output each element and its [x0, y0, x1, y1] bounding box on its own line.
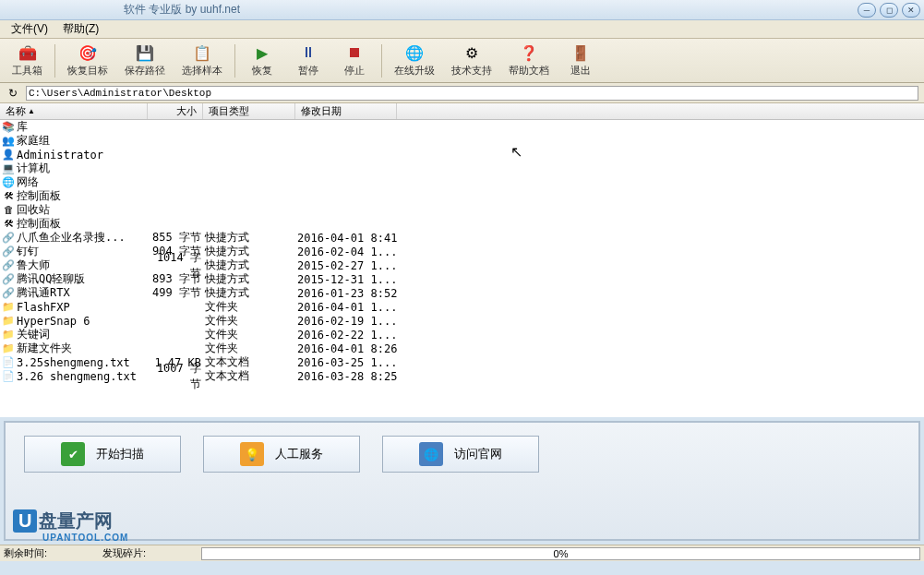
file-name: 腾讯通RTX: [17, 285, 150, 301]
window-title: 软件 专业版 by uuhf.net: [4, 2, 240, 18]
recover-target-button[interactable]: 🎯 恢复目标: [59, 41, 116, 80]
table-row[interactable]: 🔗钉钉904 字节快捷方式2016-02-04 1...: [0, 245, 924, 258]
save-icon: 💾: [136, 43, 154, 62]
file-icon: 🌐: [2, 176, 15, 189]
file-icon: 🛠: [2, 190, 15, 203]
file-name: 新建文件夹: [17, 341, 150, 356]
table-row[interactable]: 👥家庭组: [0, 134, 924, 148]
file-date: 2016-02-04 1...: [297, 246, 399, 258]
file-icon: 👥: [2, 135, 15, 148]
table-row[interactable]: 📚库: [0, 120, 924, 134]
col-date[interactable]: 修改日期: [295, 103, 397, 119]
pause-button[interactable]: ⏸ 暂停: [285, 41, 331, 80]
stop-button[interactable]: ⏹ 停止: [331, 41, 378, 80]
manual-service-button[interactable]: 💡 人工服务: [203, 436, 360, 473]
select-sample-button[interactable]: 📋 选择样本: [174, 41, 231, 80]
stop-icon: ⏹: [345, 43, 364, 62]
table-row[interactable]: 🗑回收站: [0, 203, 924, 217]
file-icon: 🔗: [2, 232, 15, 245]
bulb-icon: 💡: [240, 442, 264, 466]
target-icon: 🎯: [78, 43, 97, 62]
table-row[interactable]: 🌐网络: [0, 175, 924, 189]
file-date: 2015-02-27 1...: [297, 259, 399, 272]
table-row[interactable]: 🔗腾讯通RTX499 字节快捷方式2016-01-23 8:52: [0, 286, 924, 300]
save-path-button[interactable]: 💾 保存路径: [116, 41, 174, 80]
minimize-button[interactable]: ─: [858, 3, 876, 18]
file-icon: 📚: [2, 121, 15, 134]
globe-icon: 🌐: [405, 43, 424, 62]
file-icon: 🔗: [2, 287, 15, 300]
remaining-label: 剩余时间:: [4, 546, 47, 560]
pause-icon: ⏸: [299, 43, 318, 62]
visit-website-button[interactable]: 🌐 访问官网: [382, 436, 539, 473]
table-row[interactable]: 📁关键词文件夹2016-02-22 1...: [0, 328, 924, 341]
file-name: HyperSnap 6: [17, 315, 150, 328]
col-type[interactable]: 项目类型: [203, 103, 295, 119]
maximize-button[interactable]: ◻: [880, 3, 898, 18]
close-button[interactable]: ✕: [902, 3, 920, 18]
file-icon: 🔗: [2, 259, 15, 272]
file-icon: 📁: [2, 301, 15, 314]
col-size[interactable]: 大小: [148, 103, 203, 119]
file-name: 家庭组: [17, 133, 150, 149]
exit-button[interactable]: 🚪 退出: [558, 41, 604, 80]
menu-help[interactable]: 帮助(Z): [55, 19, 106, 39]
table-row[interactable]: 💻计算机: [0, 162, 924, 175]
upgrade-button[interactable]: 🌐 在线升级: [386, 41, 443, 80]
file-icon: 🗑: [2, 204, 15, 217]
check-icon: ✔: [61, 442, 85, 466]
web-icon: 🌐: [419, 442, 443, 466]
progress-bar: 0%: [201, 547, 920, 560]
exit-icon: 🚪: [571, 43, 590, 62]
file-icon: 🔗: [2, 273, 15, 286]
table-row[interactable]: 📄3.26 shengmeng.txt1007 字节文本文档2016-03-28…: [0, 369, 924, 383]
help-doc-button[interactable]: ❓ 帮助文档: [500, 41, 558, 80]
table-row[interactable]: 🔗八爪鱼企业名录搜...855 字节快捷方式2016-04-01 8:41: [0, 231, 924, 245]
file-size: 499 字节: [150, 285, 205, 301]
table-row[interactable]: 🛠控制面板: [0, 217, 924, 231]
play-icon: ▶: [253, 43, 271, 62]
support-button[interactable]: ⚙ 技术支持: [443, 41, 500, 80]
table-row[interactable]: 📁HyperSnap 6文件夹2016-02-19 1...: [0, 314, 924, 328]
gear-icon: ⚙: [462, 43, 481, 62]
table-row[interactable]: 🔗鲁大师1014 字节快捷方式2015-02-27 1...: [0, 258, 924, 272]
table-row[interactable]: 🔗腾讯QQ轻聊版893 字节快捷方式2015-12-31 1...: [0, 272, 924, 286]
address-bar: ↻: [0, 83, 924, 103]
titlebar: 软件 专业版 by uuhf.net ─ ◻ ✕: [0, 0, 924, 20]
file-date: 2016-04-01 8:41: [297, 232, 399, 245]
file-date: 2016-02-22 1...: [297, 329, 399, 341]
file-date: 2015-12-31 1...: [297, 273, 399, 286]
file-date: 2016-03-28 8:25: [297, 370, 399, 383]
recover-button[interactable]: ▶ 恢复: [239, 41, 285, 80]
file-icon: 🔗: [2, 246, 15, 258]
table-row[interactable]: 🛠控制面板: [0, 189, 924, 203]
file-icon: 📁: [2, 329, 15, 341]
col-name[interactable]: 名称▲: [0, 103, 148, 119]
file-icon: 📁: [2, 342, 15, 355]
file-date: 2016-03-25 1...: [297, 356, 399, 369]
status-bar: 剩余时间: 发现碎片: 0%: [0, 545, 924, 561]
file-date: 2016-04-01 1...: [297, 301, 399, 314]
file-icon: 👤: [2, 149, 15, 162]
menu-file[interactable]: 文件(V): [4, 19, 55, 39]
file-icon: 📁: [2, 315, 15, 328]
table-row[interactable]: 📄3.25shengmeng.txt1.47 KB文本文档2016-03-25 …: [0, 355, 924, 369]
file-list[interactable]: 📚库👥家庭组👤Administrator💻计算机🌐网络🛠控制面板🗑回收站🛠控制面…: [0, 120, 924, 417]
refresh-button[interactable]: ↻: [6, 86, 20, 101]
file-icon: 📄: [2, 356, 15, 369]
start-scan-button[interactable]: ✔ 开始扫描: [24, 436, 181, 473]
column-headers: 名称▲ 大小 项目类型 修改日期: [0, 103, 924, 120]
file-name: FlashFXP: [17, 301, 150, 314]
file-icon: 💻: [2, 162, 15, 175]
help-icon: ❓: [520, 43, 538, 62]
table-row[interactable]: 👤Administrator: [0, 148, 924, 162]
bottom-panel: ✔ 开始扫描 💡 人工服务 🌐 访问官网 U盘量产网 UPANTOOL.COM: [4, 421, 920, 541]
file-icon: 🛠: [2, 218, 15, 231]
file-name: Administrator: [17, 149, 150, 162]
toolbox-button[interactable]: 🧰 工具箱: [4, 41, 51, 80]
file-size: 1007 字节: [150, 361, 205, 392]
file-date: 2016-04-01 8:26: [297, 342, 399, 355]
address-input[interactable]: [26, 86, 918, 101]
table-row[interactable]: 📁新建文件夹文件夹2016-04-01 8:26: [0, 341, 924, 355]
table-row[interactable]: 📁FlashFXP文件夹2016-04-01 1...: [0, 300, 924, 314]
